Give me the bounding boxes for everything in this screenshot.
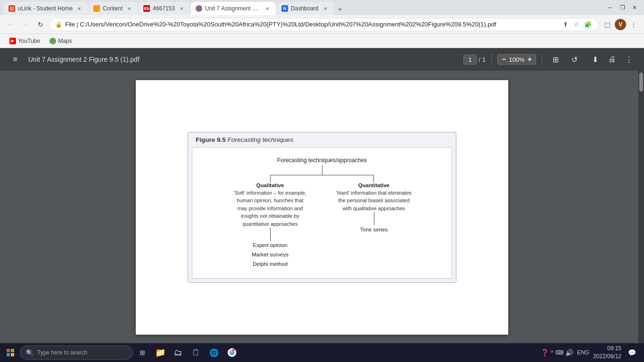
- tab-title-pdf: Unit 7 Assignment 2 Figure 9...: [205, 5, 261, 12]
- profile-avatar[interactable]: V: [615, 19, 626, 30]
- restore-button[interactable]: ❐: [617, 2, 628, 13]
- pdf-content-area: Figure 9.5 Forecasting techniques Foreca…: [0, 71, 644, 343]
- fc-qualitative-leaves: Expert opinionMarket surveysDelphi metho…: [252, 241, 289, 269]
- taskbar-fileexplorer[interactable]: 📁: [152, 344, 169, 361]
- pdf-menu-button[interactable]: ≡: [8, 52, 23, 67]
- close-button[interactable]: ✕: [629, 2, 640, 13]
- tab-content[interactable]: Content ✕: [89, 2, 138, 15]
- figure-label: Figure 9.5: [196, 136, 226, 143]
- omnibox[interactable]: 🔒 File | C:/Users/Vericon/OneDrive%20-%2…: [49, 18, 599, 31]
- back-button[interactable]: ←: [4, 18, 17, 31]
- tab-close-ulink[interactable]: ✕: [75, 5, 83, 12]
- keyboard-icon[interactable]: ⌨: [555, 349, 563, 356]
- pdf-controls: 1 / 1 − 100% + ⊞ ↺: [463, 52, 582, 67]
- sys-tray-icons: ❓ ^ ⌨ 🔊: [541, 349, 573, 356]
- svg-point-3: [231, 352, 233, 354]
- notification-button[interactable]: 💬: [625, 346, 638, 359]
- taskbar-search[interactable]: 🔍 Type here to search: [20, 346, 133, 360]
- new-tab-button[interactable]: +: [335, 4, 346, 15]
- title-bar: U uLink - Student Home ✕ Content ✕ Bb 46…: [0, 0, 644, 15]
- win-q3: [7, 353, 10, 356]
- share-icon[interactable]: ⬆: [561, 20, 570, 29]
- tab-favicon-bb: Bb: [143, 5, 150, 12]
- forward-button[interactable]: →: [19, 18, 32, 31]
- pdf-scrollbar-thumb[interactable]: [639, 73, 643, 91]
- tab-favicon-content: [93, 5, 100, 12]
- win-q2: [11, 349, 14, 352]
- fc-right-drop: [373, 175, 374, 182]
- figure-title-text: Forecasting techniques: [228, 136, 294, 143]
- fit-page-button[interactable]: ⊞: [548, 52, 563, 67]
- taskbar-system-tray: ❓ ^ ⌨ 🔊 ENG 09:15 2022/08/12 💬: [541, 345, 642, 361]
- tab-pdf[interactable]: 🌐 Unit 7 Assignment 2 Figure 9... ✕: [191, 2, 276, 15]
- question-icon[interactable]: ❓: [541, 349, 549, 356]
- fc-left-drop: [270, 175, 271, 182]
- fc-qualitative-desc: 'Soft' information – for example,human o…: [234, 189, 306, 228]
- minimize-button[interactable]: ─: [604, 2, 616, 13]
- tab-close-pdf[interactable]: ✕: [264, 5, 271, 12]
- pdf-zoom-control: − 100% +: [497, 54, 536, 65]
- tab-ulink[interactable]: U uLink - Student Home ✕: [4, 2, 88, 15]
- tab-close-dash[interactable]: ✕: [322, 5, 329, 12]
- pdf-total-pages: 1: [482, 56, 486, 63]
- tabs-area: U uLink - Student Home ✕ Content ✕ Bb 46…: [4, 0, 604, 15]
- taskbar: 🔍 Type here to search ⊞ 📁 🗂 🗒 🌐 ❓ ^ ⌨ 🔊 …: [0, 343, 644, 362]
- chrome-icon: [227, 348, 237, 357]
- start-button[interactable]: [2, 344, 19, 361]
- pdf-scrollbar[interactable]: [638, 71, 644, 343]
- zoom-level: 100%: [509, 56, 524, 63]
- rotate-button[interactable]: ↺: [567, 52, 582, 67]
- taskbar-chrome[interactable]: [223, 344, 240, 361]
- fc-columns: Qualitative 'Soft' information – for exa…: [223, 175, 421, 269]
- chrome-menu-button[interactable]: ⋮: [627, 18, 640, 31]
- tab-title-content: Content: [103, 5, 123, 12]
- flowchart: Forecasting techniques/approaches: [200, 157, 444, 269]
- more-options-button[interactable]: ⋮: [621, 52, 636, 67]
- win-q1: [7, 349, 10, 352]
- taskbar-explorer2[interactable]: 🗂: [170, 344, 187, 361]
- bookmark-youtube[interactable]: ▶ YouTube: [6, 37, 44, 45]
- zoom-out-button[interactable]: −: [502, 56, 506, 63]
- clock-date: 2022/08/12: [593, 353, 621, 361]
- taskbar-calculator[interactable]: 🗒: [188, 344, 205, 361]
- address-bar: ← → ↻ 🔒 File | C:/Users/Vericon/OneDrive…: [0, 15, 644, 34]
- reload-button[interactable]: ↻: [34, 18, 47, 31]
- tab-close-bb[interactable]: ✕: [178, 5, 185, 12]
- resize-window-icon[interactable]: ▢: [601, 18, 614, 31]
- fc-quantitative-leaves: Time series: [360, 225, 388, 235]
- tab-title-ulink: uLink - Student Home: [18, 5, 73, 12]
- maps-favicon: 📍: [50, 38, 56, 44]
- zoom-in-button[interactable]: +: [528, 56, 532, 63]
- fc-qual-line: [270, 228, 271, 241]
- fc-branch-container: Qualitative 'Soft' information – for exa…: [223, 175, 421, 269]
- tab-title-bb: 4667153: [153, 5, 175, 12]
- pdf-current-page[interactable]: 1: [463, 55, 477, 65]
- tab-close-content[interactable]: ✕: [125, 5, 133, 12]
- volume-icon[interactable]: 🔊: [565, 349, 573, 356]
- fc-root-label: Forecasting techniques/approaches: [277, 157, 367, 165]
- omnibox-actions: ⬆ ☆ 🧩: [561, 20, 593, 29]
- taskbar-edge[interactable]: 🌐: [206, 344, 223, 361]
- chevron-up-icon[interactable]: ^: [551, 349, 553, 356]
- pdf-title: Unit 7 Assignment 2 Figure 9.5 (1).pdf: [28, 56, 458, 63]
- tab-bb[interactable]: Bb 4667153 ✕: [139, 2, 190, 15]
- fc-quantitative-desc: 'Hard' information that eliminatesthe pe…: [336, 189, 412, 213]
- extensions-icon[interactable]: 🧩: [583, 20, 593, 29]
- language-indicator[interactable]: ENG: [577, 349, 589, 356]
- search-placeholder: Type here to search: [37, 349, 87, 356]
- taskbar-taskview[interactable]: ⊞: [134, 344, 151, 361]
- fc-horiz-line: [270, 175, 374, 175]
- security-icon: 🔒: [55, 21, 62, 28]
- tab-title-dash: Dashboard: [291, 5, 319, 12]
- toolbar-right: ▢ V ⋮: [601, 18, 640, 31]
- download-button[interactable]: ⬇: [587, 52, 603, 67]
- print-button[interactable]: 🖨: [604, 52, 619, 67]
- pdf-page: Figure 9.5 Forecasting techniques Foreca…: [136, 80, 508, 335]
- bookmark-maps[interactable]: 📍 Maps: [46, 37, 75, 45]
- tab-dashboard[interactable]: N Dashboard ✕: [277, 2, 334, 15]
- clock-time: 09:15: [593, 345, 621, 353]
- windows-logo: [7, 349, 14, 356]
- bookmark-icon[interactable]: ☆: [572, 20, 581, 29]
- figure-title-bar: Figure 9.5 Forecasting techniques: [188, 132, 456, 147]
- window-controls: ─ ❐ ✕: [604, 2, 640, 13]
